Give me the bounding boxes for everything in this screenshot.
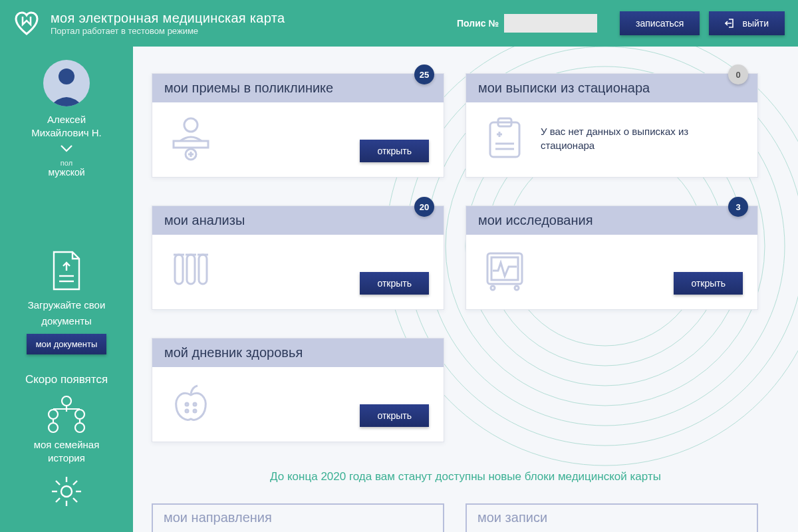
avatar[interactable] xyxy=(43,60,90,106)
discharge-title: мои выписки из стационара xyxy=(466,74,757,102)
records-title: мои записи xyxy=(467,505,757,532)
svg-point-7 xyxy=(75,423,84,432)
page-subtitle: Портал работает в тестовом режиме xyxy=(51,26,457,36)
chevron-down-icon[interactable] xyxy=(60,144,73,152)
svg-rect-37 xyxy=(199,255,207,284)
logo-icon xyxy=(13,10,40,37)
svg-point-8 xyxy=(61,486,72,497)
clipboard-icon xyxy=(481,114,529,162)
family-tree-icon xyxy=(43,394,90,434)
user-name-line1: Алексей xyxy=(0,113,133,126)
gear-icon[interactable] xyxy=(50,475,83,508)
referrals-card: мои направления xyxy=(152,503,444,532)
svg-point-24 xyxy=(184,118,198,132)
monitor-pulse-icon xyxy=(481,247,529,295)
svg-point-44 xyxy=(515,286,519,290)
page-title: моя электронная медицинская карта xyxy=(51,11,457,26)
family-label-1: моя семейная xyxy=(0,438,133,452)
appointment-button-label: записаться xyxy=(636,18,684,29)
visits-open-label: открыть xyxy=(377,146,412,156)
sidebar: Алексей Михайлович Н. пол мужской Загруж… xyxy=(0,47,133,532)
svg-line-14 xyxy=(73,498,77,502)
my-documents-button[interactable]: мои документы xyxy=(27,334,107,354)
tests-title: мои анализы xyxy=(152,206,444,235)
visits-badge: 25 xyxy=(414,65,434,84)
logout-button-label: выйти xyxy=(742,18,769,29)
gender-label: пол xyxy=(0,159,133,167)
studies-open-label: открыть xyxy=(691,278,726,289)
document-upload-icon xyxy=(50,251,83,292)
polis-input[interactable] xyxy=(504,14,597,33)
svg-rect-35 xyxy=(175,255,183,284)
family-label-2: история xyxy=(0,452,133,465)
studies-badge: 3 xyxy=(728,197,748,217)
tests-open-button[interactable]: открыть xyxy=(360,272,429,295)
svg-rect-25 xyxy=(174,141,208,148)
upload-text-2: документы xyxy=(0,315,133,328)
svg-point-3 xyxy=(62,396,71,406)
svg-point-43 xyxy=(491,286,495,290)
svg-point-0 xyxy=(59,68,74,84)
tests-open-label: открыть xyxy=(377,278,412,289)
svg-line-13 xyxy=(56,481,60,485)
future-note: До конца 2020 года вам станут доступны н… xyxy=(152,470,779,483)
gender-value: мужской xyxy=(0,167,133,178)
coming-soon-label: Скоро появятся xyxy=(0,373,133,386)
studies-title: мои исследования xyxy=(466,206,757,235)
svg-point-5 xyxy=(75,410,84,419)
appointment-button[interactable]: записаться xyxy=(620,11,700,35)
diary-card: мой дневник здоровья открыть xyxy=(152,338,444,442)
logout-button[interactable]: выйти xyxy=(709,11,785,35)
polis-label: Полис № xyxy=(457,18,499,29)
svg-point-6 xyxy=(49,423,58,432)
svg-point-47 xyxy=(186,410,188,412)
studies-card: 3 мои исследования открыть xyxy=(466,205,758,310)
test-tubes-icon xyxy=(167,247,215,295)
doctor-desk-icon xyxy=(167,114,215,162)
records-card: мои записи xyxy=(466,503,758,532)
tests-badge: 20 xyxy=(414,197,434,217)
svg-point-45 xyxy=(186,403,188,406)
upload-text-1: Загружайте свои xyxy=(0,299,133,312)
discharge-empty-text: У вас нет данных о выписках из стационар… xyxy=(541,124,743,152)
discharge-card: 0 мои выписки из стационара У вас нет да… xyxy=(466,73,758,178)
svg-point-46 xyxy=(194,403,196,406)
user-name-line2: Михайлович Н. xyxy=(0,126,133,140)
discharge-badge: 0 xyxy=(728,65,748,84)
studies-open-button[interactable]: открыть xyxy=(674,272,743,295)
visits-title: мои приемы в поликлинике xyxy=(152,74,444,102)
svg-line-15 xyxy=(73,481,77,485)
tests-card: 20 мои анализы открыть xyxy=(152,205,444,310)
logout-icon xyxy=(725,18,735,29)
visits-open-button[interactable]: открыть xyxy=(360,140,429,162)
svg-point-48 xyxy=(194,410,196,412)
header: моя электронная медицинская карта Портал… xyxy=(0,0,798,47)
my-documents-button-label: мои документы xyxy=(36,339,98,349)
svg-rect-36 xyxy=(187,255,195,284)
main: 25 мои приемы в поликлинике открыть xyxy=(133,47,798,532)
svg-rect-29 xyxy=(490,122,519,157)
diary-open-button[interactable]: открыть xyxy=(360,404,429,427)
svg-point-4 xyxy=(49,410,58,419)
diary-title: мой дневник здоровья xyxy=(152,338,444,367)
apple-icon xyxy=(167,379,215,427)
referrals-title: мои направления xyxy=(153,505,443,532)
svg-line-16 xyxy=(56,498,60,502)
diary-open-label: открыть xyxy=(377,410,412,421)
visits-card: 25 мои приемы в поликлинике открыть xyxy=(152,73,444,178)
